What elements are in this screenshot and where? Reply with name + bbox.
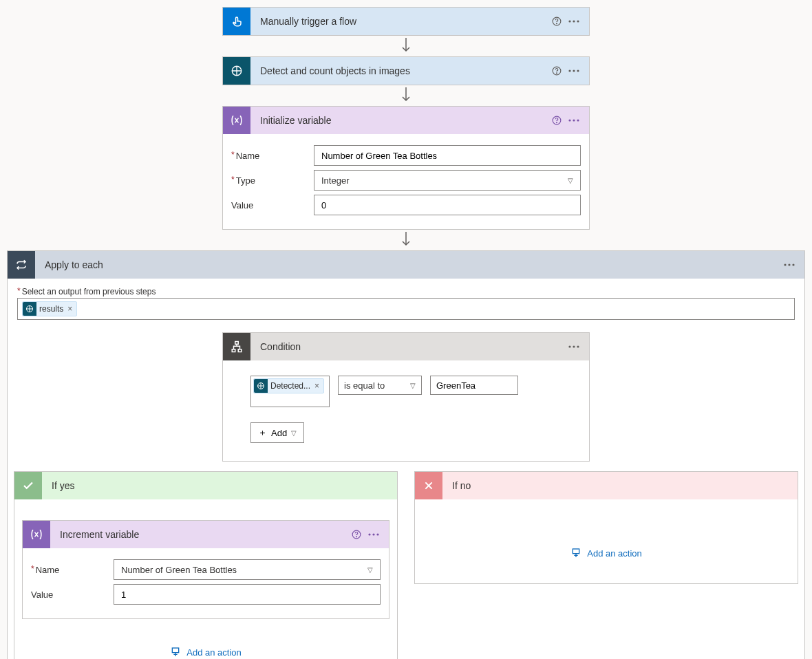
detected-token[interactable]: Detected... × (253, 378, 324, 393)
detect-title: Detect and count objects in images (250, 65, 552, 76)
apply-each-card[interactable]: Apply to each *Select an output from pre… (7, 250, 805, 659)
svg-point-21 (792, 263, 794, 266)
condition-branches: If yes Increment variable (14, 471, 798, 659)
inc-name-value: Number of Green Tea Bottles (121, 565, 237, 575)
svg-point-3 (573, 20, 575, 22)
more-icon[interactable] (368, 533, 379, 536)
chevron-down-icon: ▽ (291, 429, 297, 437)
detect-card[interactable]: Detect and count objects in images (222, 56, 590, 85)
condition-header[interactable]: Condition (223, 333, 589, 360)
detect-actions (552, 66, 589, 76)
arrow-icon (402, 36, 410, 56)
help-icon[interactable] (552, 17, 562, 26)
svg-rect-25 (238, 349, 242, 352)
detect-header[interactable]: Detect and count objects in images (223, 57, 589, 85)
variable-icon (223, 107, 250, 134)
svg-rect-24 (232, 349, 235, 352)
init-value-input[interactable] (314, 195, 581, 215)
svg-point-8 (557, 73, 557, 74)
trigger-card[interactable]: Manually trigger a flow (222, 7, 590, 36)
svg-point-33 (372, 533, 374, 535)
add-action-label: Add an action (587, 548, 642, 559)
condition-operator[interactable]: is equal to ▽ (338, 376, 422, 395)
svg-point-19 (784, 263, 786, 266)
svg-point-34 (376, 533, 378, 535)
output-token-input[interactable]: results × (17, 298, 795, 320)
increment-var-body: *Name Number of Green Tea Bottles ▽ Valu… (23, 548, 389, 618)
if-no-title: If no (442, 480, 798, 491)
add-action-button[interactable]: Add an action (570, 548, 642, 559)
check-icon (14, 472, 42, 499)
svg-point-27 (573, 345, 575, 347)
init-var-card[interactable]: Initialize variable *Name *Type Integer … (222, 106, 590, 230)
add-action-button[interactable]: Add an action (170, 647, 242, 658)
type-label: *Type (231, 175, 314, 186)
results-token[interactable]: results × (22, 301, 77, 316)
init-type-select[interactable]: Integer ▽ (314, 170, 581, 191)
trigger-header[interactable]: Manually trigger a flow (223, 8, 589, 35)
help-icon[interactable] (552, 116, 562, 125)
inc-value-input[interactable] (114, 584, 381, 605)
arrow-icon (402, 85, 410, 106)
svg-rect-35 (173, 648, 179, 653)
increment-var-actions (352, 530, 389, 539)
add-action-label: Add an action (186, 647, 242, 658)
value-label: Value (31, 590, 114, 600)
more-icon[interactable] (568, 69, 579, 72)
name-label: *Name (231, 151, 314, 161)
chevron-down-icon: ▽ (568, 177, 573, 184)
x-icon (415, 472, 442, 499)
svg-point-31 (356, 537, 357, 537)
svg-point-11 (577, 69, 579, 72)
plus-icon: ＋ (258, 426, 267, 439)
condition-lhs[interactable]: Detected... × (250, 376, 330, 407)
name-label: *Name (31, 565, 114, 575)
ai-icon (23, 302, 36, 316)
svg-point-14 (557, 122, 557, 123)
init-var-title: Initialize variable (250, 115, 552, 126)
inc-name-select[interactable]: Number of Green Tea Bottles ▽ (114, 559, 381, 580)
chevron-down-icon: ▽ (410, 382, 416, 389)
more-icon[interactable] (568, 20, 579, 23)
operator-value: is equal to (344, 380, 385, 391)
apply-each-header[interactable]: Apply to each (8, 251, 804, 279)
condition-title: Condition (250, 341, 568, 352)
help-icon[interactable] (552, 66, 562, 76)
flow-canvas: Manually trigger a flow Detect and count… (0, 7, 812, 659)
svg-point-10 (573, 69, 575, 72)
token-label: Detected... (270, 381, 310, 391)
output-label: *Select an output from previous steps (17, 287, 795, 296)
more-icon[interactable] (568, 119, 579, 122)
init-var-body: *Name *Type Integer ▽ Value (223, 134, 589, 229)
svg-point-15 (568, 119, 570, 121)
increment-var-header[interactable]: Increment variable (23, 521, 389, 548)
condition-actions (568, 345, 589, 348)
trigger-title: Manually trigger a flow (250, 16, 552, 27)
touch-icon (223, 8, 250, 35)
svg-point-16 (573, 119, 575, 121)
more-icon[interactable] (784, 263, 795, 266)
svg-point-4 (577, 20, 579, 22)
ai-icon (254, 379, 268, 393)
apply-each-title: Apply to each (35, 259, 784, 270)
increment-var-card[interactable]: Increment variable *Name (22, 520, 389, 619)
condition-body: Detected... × is equal to ▽ ＋ (223, 360, 589, 461)
apply-each-actions (784, 263, 804, 266)
token-remove[interactable]: × (66, 304, 74, 314)
init-var-header[interactable]: Initialize variable (223, 107, 589, 134)
token-label: results (39, 304, 63, 314)
if-yes-header[interactable]: If yes (14, 472, 397, 499)
loop-icon (8, 251, 35, 279)
svg-rect-36 (573, 549, 579, 554)
condition-add-button[interactable]: ＋ Add ▽ (250, 422, 304, 443)
more-icon[interactable] (568, 345, 579, 348)
condition-card[interactable]: Condition Detected... × (222, 332, 590, 462)
trigger-actions (552, 17, 589, 26)
token-remove[interactable]: × (313, 381, 321, 391)
init-name-input[interactable] (314, 145, 581, 166)
if-no-header[interactable]: If no (415, 472, 798, 499)
help-icon[interactable] (352, 530, 361, 539)
svg-point-2 (568, 20, 570, 22)
apply-each-body: *Select an output from previous steps re… (8, 279, 804, 659)
condition-rhs[interactable] (430, 376, 518, 395)
